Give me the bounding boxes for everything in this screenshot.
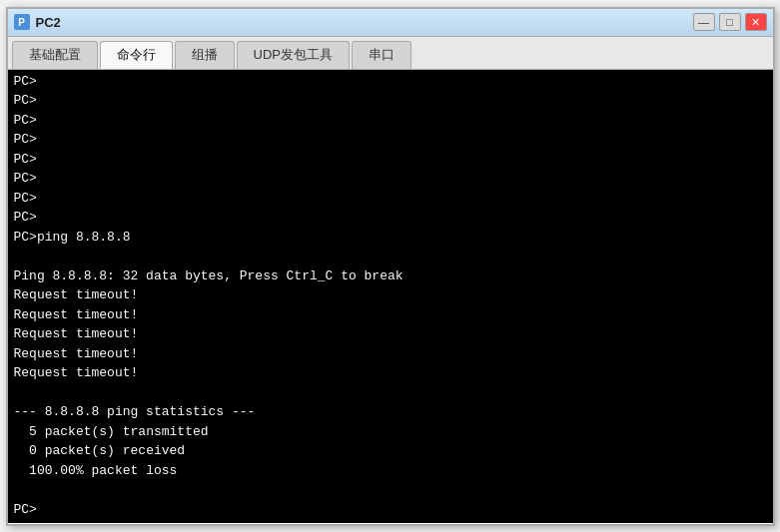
title-bar-left: P PC2 bbox=[14, 14, 61, 30]
tab-basic-config[interactable]: 基础配置 bbox=[12, 41, 98, 69]
terminal[interactable]: PC> PC> PC> PC> PC> PC> PC> PC> PC> PC> … bbox=[8, 70, 773, 524]
tab-serial[interactable]: 串口 bbox=[352, 41, 411, 69]
terminal-output: PC> PC> PC> PC> PC> PC> PC> PC> PC> PC> … bbox=[14, 70, 767, 520]
window-icon: P bbox=[14, 14, 30, 30]
window-title: PC2 bbox=[36, 15, 61, 30]
maximize-button[interactable]: □ bbox=[719, 13, 741, 31]
minimize-button[interactable]: — bbox=[693, 13, 715, 31]
title-bar: P PC2 — □ ✕ bbox=[8, 9, 773, 37]
tab-udp-tool[interactable]: UDP发包工具 bbox=[237, 41, 350, 69]
title-buttons: — □ ✕ bbox=[693, 13, 767, 31]
tab-command-line[interactable]: 命令行 bbox=[100, 41, 173, 69]
main-window: P PC2 — □ ✕ 基础配置 命令行 组播 UDP发包工具 串口 PC> P… bbox=[6, 7, 775, 526]
main-content: PC> PC> PC> PC> PC> PC> PC> PC> PC> PC> … bbox=[8, 70, 773, 524]
close-button[interactable]: ✕ bbox=[745, 13, 767, 31]
tab-multicast[interactable]: 组播 bbox=[175, 41, 235, 69]
tabs-bar: 基础配置 命令行 组播 UDP发包工具 串口 bbox=[8, 37, 773, 70]
